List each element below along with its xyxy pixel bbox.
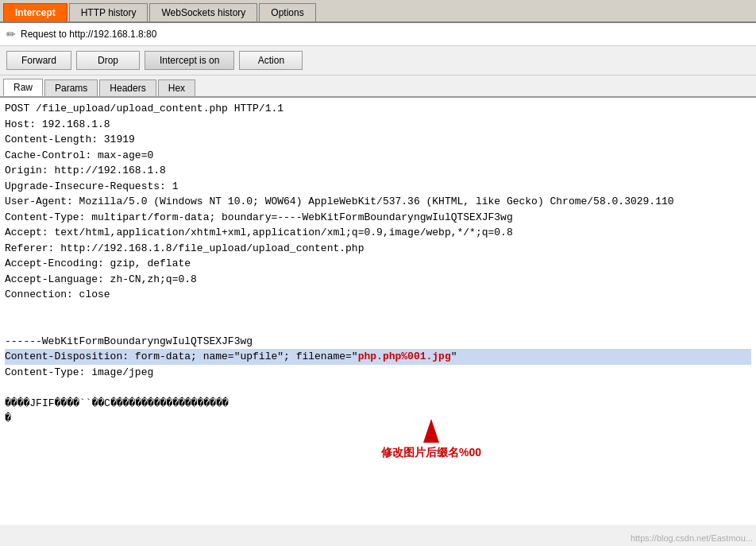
line-12: Accept-Language: zh-CN,zh;q=0.8 bbox=[5, 272, 751, 288]
line-21-garbled: � bbox=[5, 411, 751, 427]
tab-websockets-history[interactable]: WebSockets history bbox=[149, 3, 257, 21]
line-4: Cache-Control: max-age=0 bbox=[5, 148, 751, 164]
line-17-highlight: Content-Disposition: form-data; name="up… bbox=[5, 349, 751, 365]
tab-intercept[interactable]: Intercept bbox=[3, 3, 68, 21]
line-3: Content-Length: 31919 bbox=[5, 132, 751, 148]
tab-http-history[interactable]: HTTP history bbox=[69, 3, 148, 21]
sub-tab-headers[interactable]: Headers bbox=[99, 79, 156, 96]
main-tab-bar: Intercept HTTP history WebSockets histor… bbox=[0, 0, 756, 23]
line-10: Referer: http://192.168.1.8/file_upload/… bbox=[5, 241, 751, 257]
filename-highlight: php.php%001.jpg bbox=[358, 350, 451, 362]
annotation-text: 修改图片后缀名%00 bbox=[381, 444, 481, 461]
content-area[interactable]: POST /file_upload/upload_content.php HTT… bbox=[0, 98, 756, 525]
line-9: Accept: text/html,application/xhtml+xml,… bbox=[5, 225, 751, 241]
drop-button[interactable]: Drop bbox=[76, 51, 140, 70]
sub-tab-hex[interactable]: Hex bbox=[158, 79, 195, 96]
line-15 bbox=[5, 318, 751, 334]
line-8: Content-Type: multipart/form-data; bound… bbox=[5, 210, 751, 226]
intercept-button[interactable]: Intercept is on bbox=[145, 51, 234, 70]
line-16: ------WebKitFormBoundaryngwIulQTSEXJF3wg bbox=[5, 334, 751, 350]
line-18: Content-Type: image/jpeg bbox=[5, 365, 751, 381]
forward-button[interactable]: Forward bbox=[6, 51, 71, 70]
line-19 bbox=[5, 380, 751, 396]
line-14 bbox=[5, 303, 751, 319]
line-20-garbled: ����JFIF����``��C������������������� bbox=[5, 396, 751, 412]
sub-tab-params[interactable]: Params bbox=[44, 79, 98, 96]
action-button[interactable]: Action bbox=[239, 51, 303, 70]
sub-tab-raw[interactable]: Raw bbox=[3, 79, 43, 96]
line-7: User-Agent: Mozilla/5.0 (Windows NT 10.0… bbox=[5, 194, 751, 210]
request-url: Request to http://192.168.1.8:80 bbox=[21, 29, 156, 40]
pencil-icon: ✏ bbox=[6, 28, 16, 41]
line-2: Host: 192.168.1.8 bbox=[5, 117, 751, 133]
line-5: Origin: http://192.168.1.8 bbox=[5, 163, 751, 179]
line-1: POST /file_upload/upload_content.php HTT… bbox=[5, 101, 751, 117]
watermark: https://blog.csdn.net/Eastmou... bbox=[631, 533, 753, 543]
line-11: Accept-Encoding: gzip, deflate bbox=[5, 256, 751, 272]
line-13: Connection: close bbox=[5, 287, 751, 303]
sub-tab-bar: Raw Params Headers Hex bbox=[0, 76, 756, 98]
line-6: Upgrade-Insecure-Requests: 1 bbox=[5, 179, 751, 195]
tab-options[interactable]: Options bbox=[259, 3, 315, 21]
action-bar: Forward Drop Intercept is on Action bbox=[0, 46, 756, 76]
request-bar: ✏ Request to http://192.168.1.8:80 bbox=[0, 23, 756, 46]
